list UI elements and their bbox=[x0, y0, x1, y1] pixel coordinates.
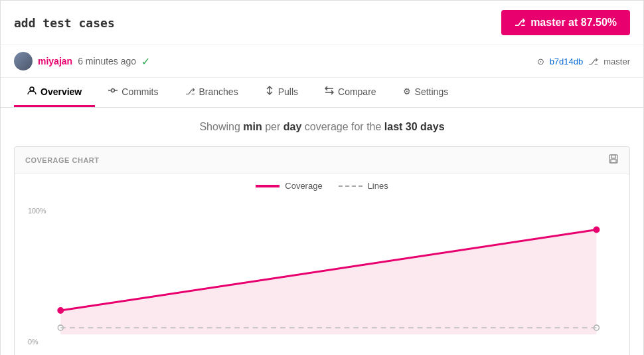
coverage-fill-area bbox=[60, 230, 596, 335]
chart-legend: Coverage Lines bbox=[28, 181, 616, 191]
tab-settings[interactable]: ⚙ Settings bbox=[390, 78, 462, 107]
meta-left: miyajan 6 minutes ago ✓ bbox=[14, 52, 150, 70]
chart-save-icon[interactable] bbox=[608, 154, 619, 167]
legend-lines: Lines bbox=[339, 181, 388, 191]
y-label-100: 100% bbox=[28, 207, 46, 215]
tab-compare-label: Compare bbox=[338, 86, 376, 97]
commit-hash[interactable]: b7d14db bbox=[550, 57, 584, 66]
repo-meta: miyajan 6 minutes ago ✓ ⊙ b7d14db ⎇ mast… bbox=[1, 45, 643, 78]
meta-right: ⊙ b7d14db ⎇ master bbox=[537, 57, 630, 66]
branch-icon: ⎇ bbox=[588, 57, 598, 66]
branch-name: master bbox=[604, 57, 630, 66]
meta-username[interactable]: miyajan bbox=[38, 56, 72, 66]
coverage-start-dot bbox=[57, 307, 64, 314]
meta-time: 6 minutes ago bbox=[78, 56, 136, 66]
chart-body: Coverage Lines 100% 0% bbox=[15, 174, 629, 355]
commit-hash-icon: ⊙ bbox=[537, 57, 544, 66]
compare-icon bbox=[325, 86, 334, 97]
commits-icon bbox=[108, 86, 118, 97]
svg-rect-8 bbox=[611, 155, 615, 158]
avatar-image bbox=[14, 52, 33, 70]
legend-coverage-label: Coverage bbox=[285, 181, 322, 191]
subtitle-prefix: Showing bbox=[199, 121, 243, 132]
chart-title: COVERAGE CHART bbox=[25, 156, 100, 164]
tab-branches-label: Branches bbox=[199, 86, 238, 97]
tab-compare[interactable]: Compare bbox=[311, 78, 390, 107]
subtitle-metric: min bbox=[243, 121, 262, 132]
tab-overview[interactable]: Overview bbox=[14, 78, 95, 107]
repo-header: add test cases ⎇ master at 87.50% bbox=[1, 1, 643, 45]
coverage-end-dot bbox=[594, 227, 600, 233]
tab-settings-label: Settings bbox=[415, 86, 449, 97]
chart-header: COVERAGE CHART bbox=[15, 147, 629, 174]
coverage-subtitle: Showing min per day coverage for the las… bbox=[1, 108, 643, 146]
tab-commits[interactable]: Commits bbox=[95, 78, 171, 107]
tab-overview-label: Overview bbox=[40, 86, 82, 97]
chart-svg-wrapper: 100% 0% bbox=[28, 201, 616, 348]
lines-line-sample bbox=[339, 185, 362, 187]
legend-lines-label: Lines bbox=[368, 181, 388, 191]
page-wrapper: add test cases ⎇ master at 87.50% miyaja… bbox=[0, 0, 644, 355]
chart-section: COVERAGE CHART Coverage Lines bbox=[14, 146, 630, 355]
tab-commits-label: Commits bbox=[121, 86, 158, 97]
coverage-line-sample bbox=[256, 185, 280, 187]
tab-pulls[interactable]: Pulls bbox=[252, 78, 311, 107]
branches-icon: ⎇ bbox=[185, 86, 195, 96]
subtitle-connector: coverage for the bbox=[301, 121, 384, 132]
repo-title: add test cases bbox=[14, 16, 115, 30]
overview-icon bbox=[27, 86, 37, 97]
badge-label: master at 87.50% bbox=[530, 17, 617, 29]
coverage-badge: ⎇ master at 87.50% bbox=[501, 10, 630, 35]
nav-tabs: Overview Commits ⎇ Branches Pulls Compar… bbox=[1, 78, 643, 108]
subtitle-per: per bbox=[262, 121, 283, 132]
pulls-icon bbox=[265, 86, 274, 97]
subtitle-period: day bbox=[283, 121, 302, 132]
avatar bbox=[14, 52, 33, 70]
coverage-chart-svg: 100% 0% bbox=[28, 201, 616, 348]
y-label-0: 0% bbox=[28, 338, 39, 346]
svg-rect-9 bbox=[611, 160, 616, 163]
tab-branches[interactable]: ⎇ Branches bbox=[172, 78, 252, 107]
tab-pulls-label: Pulls bbox=[278, 86, 298, 97]
subtitle-range: last 30 days bbox=[384, 121, 445, 132]
badge-branch-icon: ⎇ bbox=[515, 17, 525, 28]
settings-icon: ⚙ bbox=[403, 86, 411, 96]
meta-check-icon: ✓ bbox=[141, 55, 150, 68]
svg-point-0 bbox=[30, 87, 34, 91]
legend-coverage: Coverage bbox=[256, 181, 322, 191]
svg-point-1 bbox=[112, 89, 115, 92]
